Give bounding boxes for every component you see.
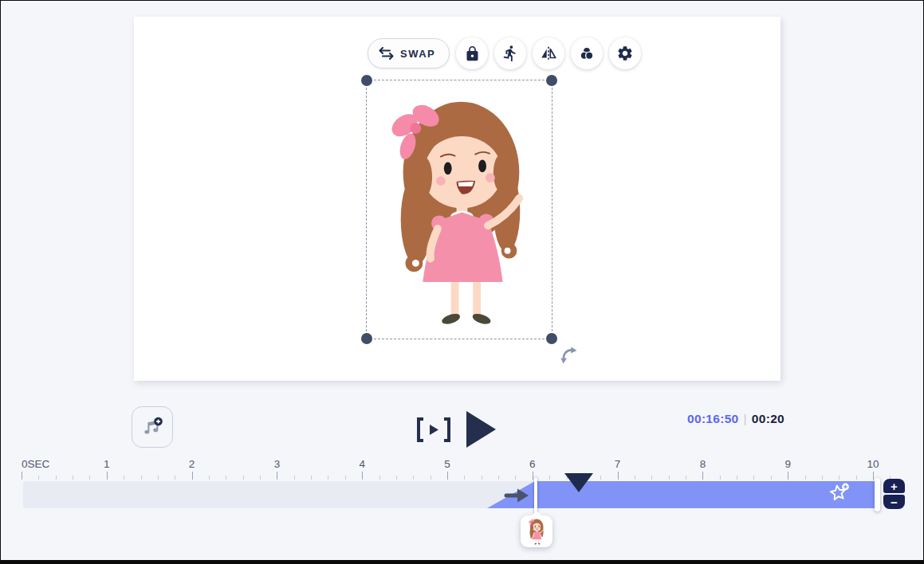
character-girl[interactable] — [371, 84, 549, 335]
ruler-tick-minor — [515, 476, 516, 480]
gear-icon — [616, 45, 634, 62]
ruler-tick-major — [192, 472, 193, 480]
ruler-tick-minor — [771, 476, 772, 480]
ruler-tick-minor — [396, 476, 397, 480]
ruler-tick-major — [362, 472, 363, 480]
resize-handle-top-left[interactable] — [361, 75, 372, 86]
timeline-marker-triangle[interactable] — [564, 473, 593, 492]
resize-handle-bottom-right[interactable] — [546, 333, 557, 344]
timeline-item-segment[interactable] — [23, 481, 875, 508]
lock-button[interactable] — [456, 37, 488, 69]
ruler-tick-major — [618, 472, 619, 480]
ruler-tick-minor — [311, 476, 312, 480]
ruler-tick-minor — [73, 476, 73, 480]
ruler-second-label: 4 — [359, 458, 365, 470]
add-music-button[interactable] — [132, 406, 173, 448]
ruler-tick-minor — [856, 476, 857, 480]
timecode: 00:16:50|00:20 — [687, 412, 784, 426]
ruler-second-label: 3 — [274, 458, 281, 470]
bracket-play-icon — [415, 415, 453, 445]
color-filter-icon — [578, 45, 596, 62]
color-button[interactable] — [571, 37, 603, 69]
app-window: SWAP — [0, 0, 924, 564]
flip-horizontal-icon — [540, 45, 557, 62]
current-time: 00:16:50 — [687, 412, 738, 425]
ruler-tick-minor — [38, 476, 39, 480]
ruler-tick-minor — [175, 476, 175, 480]
ruler-tick-minor — [635, 476, 635, 480]
thumbnail-character-girl — [526, 517, 547, 546]
ruler-tick-minor — [89, 476, 90, 480]
play-button[interactable] — [466, 410, 497, 448]
runner-icon — [501, 45, 519, 62]
ruler-tick-minor — [413, 476, 414, 480]
resize-handle-bottom-left[interactable] — [361, 333, 372, 344]
selection-box[interactable] — [366, 80, 552, 339]
ruler-tick-major — [107, 472, 108, 480]
ruler-tick-major — [277, 472, 277, 480]
play-icon — [466, 410, 497, 448]
flip-button[interactable] — [533, 37, 564, 69]
ruler-tick-minor — [720, 476, 721, 480]
ruler-tick-major — [873, 472, 874, 480]
ruler-tick-major — [702, 472, 703, 480]
settings-button[interactable] — [609, 37, 641, 69]
ruler-tick-minor — [345, 476, 346, 480]
ruler-tick-minor — [464, 476, 465, 480]
ruler-second-label: 6 — [529, 458, 536, 470]
ruler-tick-minor — [141, 476, 142, 480]
zoom-in-button[interactable]: + — [883, 479, 905, 493]
ruler-tick-major — [22, 472, 22, 480]
zoom-out-button[interactable]: − — [883, 495, 905, 509]
timeline: 0SEC12345678910 + − — [1, 455, 924, 561]
ruler-tick-minor — [839, 476, 839, 480]
ruler-tick-minor — [124, 476, 124, 480]
music-note-add-icon — [140, 415, 164, 439]
ruler-tick-minor — [498, 476, 499, 480]
ruler-tick-major — [447, 472, 448, 480]
timeline-track[interactable] — [23, 481, 875, 508]
resize-handle-top-right[interactable] — [546, 75, 557, 86]
ruler-tick-minor — [753, 476, 754, 480]
ruler-tick-minor — [822, 476, 823, 480]
ruler-tick-minor — [226, 476, 226, 480]
ruler-tick-minor — [549, 476, 550, 480]
ruler-tick-minor — [56, 476, 57, 480]
animate-button[interactable] — [494, 37, 526, 69]
ruler-tick-minor — [328, 476, 328, 480]
ruler-second-label: 10 — [867, 458, 879, 470]
ruler-tick-minor — [669, 476, 670, 480]
time-separator: | — [744, 412, 747, 425]
ruler-tick-major — [533, 472, 533, 480]
ruler-tick-minor — [651, 476, 652, 480]
ruler-tick-minor — [431, 476, 431, 480]
ruler-tick-minor — [482, 476, 482, 480]
segment-end-handle[interactable] — [875, 478, 880, 511]
ruler-tick-minor — [209, 476, 210, 480]
transition-arrow-icon[interactable] — [503, 485, 530, 506]
swap-arrows-icon — [379, 47, 394, 60]
preview-scene-button[interactable] — [415, 415, 453, 445]
ruler-second-label: 2 — [189, 458, 195, 470]
ruler-tick-major — [788, 472, 788, 480]
ruler-tick-minor — [379, 476, 380, 480]
ruler-second-label: 5 — [444, 458, 450, 470]
lock-icon — [464, 45, 481, 62]
ruler-second-label: 1 — [104, 458, 110, 470]
ruler-tick-minor — [737, 476, 737, 480]
rotate-handle-icon[interactable] — [559, 345, 580, 366]
ruler-tick-minor — [158, 476, 159, 480]
ruler-tick-minor — [294, 476, 295, 480]
playhead-thumbnail[interactable] — [521, 515, 552, 547]
swap-label: SWAP — [400, 48, 435, 60]
ruler-tick-minor — [600, 476, 601, 480]
ruler-tick-minor — [260, 476, 261, 480]
ruler-tick-minor — [686, 476, 686, 480]
ruler-tick-minor — [805, 476, 806, 480]
ruler-tick-minor — [243, 476, 244, 480]
ruler-second-label: 9 — [784, 458, 791, 470]
object-toolbar: SWAP — [368, 37, 641, 69]
add-effect-star-icon[interactable] — [827, 480, 852, 506]
total-duration: 00:20 — [752, 412, 784, 425]
swap-button[interactable]: SWAP — [368, 38, 450, 69]
